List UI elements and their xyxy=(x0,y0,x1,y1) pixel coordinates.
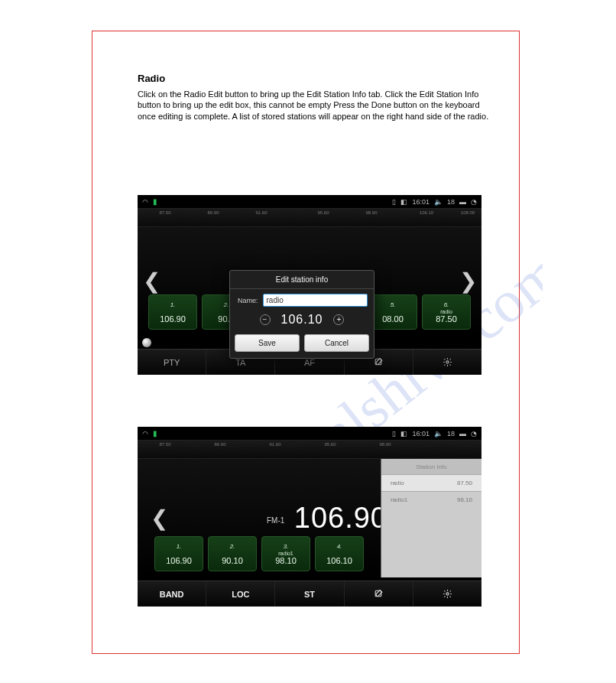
ruler-label: 89.90 xyxy=(214,442,225,447)
preset-index: 5. xyxy=(391,301,396,308)
ruler-label: 106.10 xyxy=(420,210,433,215)
android-status-bar: ◠ ▮ ▯ ◧ 16:01 🔈 18 ▬ ◔ xyxy=(138,427,481,441)
station-name: radio1 xyxy=(391,496,407,503)
preset-freq: 87.50 xyxy=(436,314,457,324)
dialog-frequency: 106.10 xyxy=(281,313,323,327)
battery-icon: ▬ xyxy=(459,198,466,206)
preset-freq: 90.10 xyxy=(222,556,243,565)
gear-icon xyxy=(443,589,452,599)
ruler-label: 98.90 xyxy=(365,210,377,215)
station-name-input[interactable] xyxy=(263,294,368,307)
ruler-label: 91.60 xyxy=(255,210,267,215)
ruler-label: 95.60 xyxy=(317,210,329,215)
preset-freq: 98.10 xyxy=(275,556,297,565)
status-time: 16:01 xyxy=(412,198,430,206)
preset-button[interactable]: 1. 106.90 xyxy=(148,294,197,330)
settings-button[interactable] xyxy=(413,581,481,607)
name-label: Name: xyxy=(238,297,258,304)
preset-name: radio xyxy=(440,309,452,314)
prev-station-button[interactable]: ❮ xyxy=(145,506,173,531)
preset-freq: 106.10 xyxy=(326,556,352,565)
gear-icon xyxy=(443,357,452,367)
preset-index: 1. xyxy=(177,543,182,550)
station-list-item[interactable]: radio1 98.10 xyxy=(381,491,481,508)
back-icon[interactable]: ◠ xyxy=(142,198,148,206)
ruler-label: 91.60 xyxy=(269,442,280,447)
station-name: radio xyxy=(391,480,404,486)
station-freq: 98.10 xyxy=(457,496,472,503)
ruler-label: 98.90 xyxy=(379,442,391,447)
ruler-label: 89.90 xyxy=(207,210,219,215)
edit-station-dialog: Edit station info Name: − 106.10 + Save … xyxy=(229,270,374,359)
station-list-header: Station Info xyxy=(381,459,481,474)
frequency-ruler[interactable]: 87.50 89.90 91.60 95.60 98.90 106.10 108… xyxy=(138,209,481,227)
preset-freq: 08.00 xyxy=(382,314,404,324)
cancel-button[interactable]: Cancel xyxy=(304,334,369,352)
preset-index: 6. xyxy=(444,301,449,308)
back-icon[interactable]: ◠ xyxy=(142,430,148,437)
wifi-icon: ◔ xyxy=(471,430,477,437)
volume-icon: 🔈 xyxy=(434,198,443,206)
sd-icon: ▯ xyxy=(392,430,396,437)
freq-increase-button[interactable]: + xyxy=(333,314,344,325)
svg-point-2 xyxy=(446,361,449,363)
pty-button[interactable]: PTY xyxy=(138,350,206,375)
station-list-panel: Station Info radio 87.50 radio1 98.10 xyxy=(381,459,481,577)
band-label: FM-1 xyxy=(267,516,284,525)
preset-name: radio1 xyxy=(278,551,293,556)
preset-freq: 106.90 xyxy=(166,556,192,565)
settings-button[interactable] xyxy=(413,350,481,375)
radio-screenshot-station-list: ◠ ▮ ▯ ◧ 16:01 🔈 18 ▬ ◔ 87.50 89.90 91.60… xyxy=(138,427,481,607)
status-time: 16:01 xyxy=(412,430,430,437)
preset-button[interactable]: 2. 90.10 xyxy=(208,536,257,571)
preset-index: 4. xyxy=(337,543,342,550)
edit-icon xyxy=(374,589,384,599)
status-volume: 18 xyxy=(447,198,455,206)
status-volume: 18 xyxy=(447,430,455,437)
battery-icon: ▬ xyxy=(459,430,466,437)
prev-station-button[interactable]: ❮ xyxy=(138,268,165,294)
edit-button[interactable] xyxy=(345,581,413,607)
st-button[interactable]: ST xyxy=(275,581,344,607)
next-station-button[interactable]: ❯ xyxy=(454,268,481,294)
preset-button[interactable]: 3. radio1 98.10 xyxy=(261,536,310,571)
ruler-label: 87.50 xyxy=(159,210,170,215)
preset-button[interactable]: 5. 08.00 xyxy=(368,294,417,330)
signal-icon: ▮ xyxy=(153,197,157,206)
current-frequency: 106.90 xyxy=(294,502,387,534)
preset-button[interactable]: 4. 106.10 xyxy=(315,536,364,571)
freq-decrease-button[interactable]: − xyxy=(260,314,271,325)
volume-icon: 🔈 xyxy=(434,430,443,437)
ruler-label: 108.00 xyxy=(461,210,475,215)
preset-button[interactable]: 6. radio 87.50 xyxy=(422,294,471,330)
section-title: Radio xyxy=(138,73,489,84)
preset-index: 3. xyxy=(284,543,289,550)
wifi-icon: ◔ xyxy=(471,198,477,206)
ruler-label: 95.60 xyxy=(324,442,336,447)
sd-icon: ▯ xyxy=(392,198,396,206)
save-button[interactable]: Save xyxy=(235,334,300,352)
ruler-label: 87.50 xyxy=(159,442,170,447)
radio-screenshot-edit-dialog: ◠ ▮ ▯ ◧ 16:01 🔈 18 ▬ ◔ 87.50 89.90 91.60… xyxy=(138,195,481,375)
station-list-item[interactable]: radio 87.50 xyxy=(381,474,481,491)
section-paragraph: Click on the Radio Edit button to bring … xyxy=(138,89,489,122)
dialog-title: Edit station info xyxy=(230,271,374,289)
data-icon: ◧ xyxy=(400,430,407,437)
preset-index: 1. xyxy=(170,301,176,308)
band-button[interactable]: BAND xyxy=(138,581,206,607)
station-freq: 87.50 xyxy=(457,480,472,486)
svg-point-4 xyxy=(446,593,449,595)
data-icon: ◧ xyxy=(400,198,407,206)
preset-index: 2. xyxy=(230,543,235,550)
preset-index: 2. xyxy=(224,301,229,308)
preset-freq: 106.90 xyxy=(160,314,186,324)
loc-button[interactable]: LOC xyxy=(206,581,275,607)
drag-handle[interactable] xyxy=(142,338,151,347)
signal-icon: ▮ xyxy=(153,429,157,437)
android-status-bar: ◠ ▮ ▯ ◧ 16:01 🔈 18 ▬ ◔ xyxy=(138,195,481,209)
preset-button[interactable]: 1. 106.90 xyxy=(154,536,203,571)
frequency-ruler[interactable]: 87.50 89.90 91.60 95.60 98.90 xyxy=(138,441,481,459)
edit-icon xyxy=(374,357,384,367)
